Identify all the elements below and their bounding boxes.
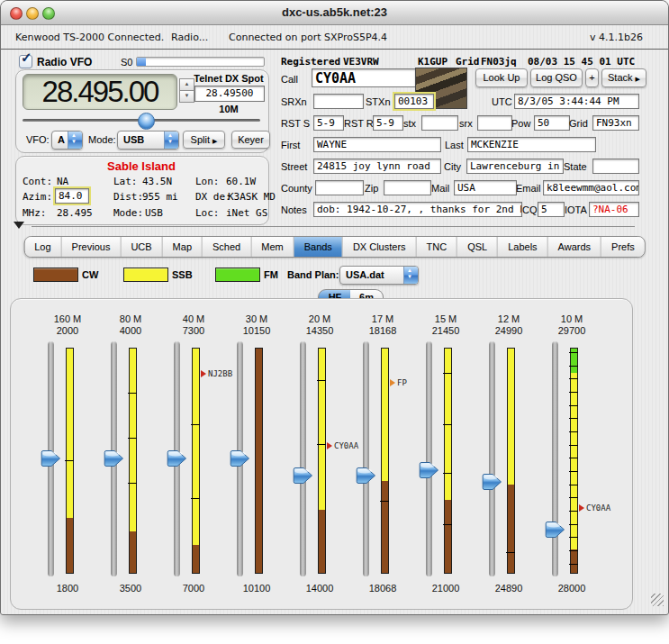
state-field[interactable] — [592, 159, 639, 174]
dx-spot-marker-cy0aa[interactable] — [327, 442, 332, 449]
lookup-button[interactable]: Look Up — [475, 68, 528, 87]
notes-field[interactable]: dob: 1942-10-27, , thanks for 2nd ban — [313, 202, 522, 217]
stack-add-button[interactable]: + — [585, 68, 599, 87]
band-plan-select[interactable]: USA.dat ▲▼ — [339, 266, 419, 285]
tab-log[interactable]: Log — [24, 237, 61, 257]
rst-r-field[interactable]: 5-9 — [373, 115, 403, 131]
azim-field[interactable]: 84.0 — [55, 188, 89, 204]
band-slider-thumb-20m[interactable] — [292, 467, 315, 485]
rst-s-label: RST S — [281, 118, 310, 129]
telnet-dx-spot-label: Telnet DX Spot — [192, 73, 266, 84]
cq-zone-field[interactable]: 5 — [538, 202, 565, 217]
county-label: County — [281, 183, 312, 194]
split-button[interactable]: Split ▶ — [183, 131, 225, 149]
stack-button[interactable]: Stack ▶ — [601, 68, 646, 87]
mode-select[interactable]: USB ▲▼ — [117, 131, 179, 150]
band-slider-track-15m[interactable] — [426, 341, 432, 576]
status-bar: Kenwood TS-2000 Connected. Radio... Conn… — [1, 25, 668, 49]
tab-ucb[interactable]: UCB — [121, 237, 162, 257]
band-slider-thumb-15m[interactable] — [418, 461, 441, 479]
title-bar[interactable]: dxc-us.ab5k.net:23 — [1, 1, 668, 25]
cont-value: NA — [57, 176, 68, 187]
vfo-select-value: A — [58, 134, 65, 145]
last-field[interactable]: MCKENZIE — [467, 137, 596, 152]
band-slider-thumb-30m[interactable] — [229, 449, 252, 467]
my-callsign: K1GUP — [418, 56, 448, 68]
city-field[interactable]: Lawrenceburg in — [466, 159, 564, 174]
tab-prefs[interactable]: Prefs — [601, 237, 645, 257]
pow-field[interactable]: 50 — [534, 115, 570, 131]
vfo-select[interactable]: A ▲▼ — [51, 131, 83, 150]
dx-entity-name: Sable Island — [15, 159, 267, 173]
first-field[interactable]: WAYNE — [313, 137, 441, 152]
resize-grip[interactable] — [651, 594, 664, 606]
band-slider-track-20m[interactable] — [300, 341, 306, 576]
s-meter — [136, 57, 265, 67]
lon-value: 60.1W — [226, 176, 256, 187]
tab-bands[interactable]: Bands — [294, 237, 343, 257]
radio-menu[interactable]: Radio... — [171, 32, 208, 43]
street-field[interactable]: 24815 joy lynn road — [313, 159, 441, 174]
tab-previous[interactable]: Previous — [62, 237, 122, 257]
dx-spot-marker-nj2bb[interactable] — [201, 370, 206, 377]
srxn-field[interactable] — [313, 94, 364, 109]
srx-field[interactable] — [477, 115, 512, 131]
tab-dx-clusters[interactable]: DX Clusters — [343, 237, 417, 257]
band-slider-thumb-10m[interactable] — [544, 521, 567, 539]
tab-awards[interactable]: Awards — [548, 237, 601, 257]
telnet-dx-spot-field[interactable]: 28.49500 — [194, 86, 265, 102]
window-title: dxc-us.ab5k.net:23 — [1, 5, 668, 19]
iota-field[interactable]: ?NA-06 — [589, 202, 639, 217]
band-slider-thumb-17m[interactable] — [355, 467, 378, 485]
dist-label: Dist: — [113, 191, 143, 203]
fm-color-swatch — [215, 268, 260, 282]
mode-select-value: USB — [123, 134, 144, 145]
tab-mem[interactable]: Mem — [251, 237, 294, 257]
call-field[interactable]: CY0AA — [312, 68, 416, 87]
registered-label: Registered — [281, 56, 340, 68]
stxn-field[interactable]: 00103 — [394, 94, 434, 109]
log-qso-button[interactable]: Log QSO — [530, 68, 583, 87]
divider — [32, 226, 635, 227]
tab-tnc[interactable]: TNC — [417, 237, 458, 257]
band-slider-track-10m[interactable] — [552, 341, 558, 576]
checkmark-icon: ✓ — [21, 50, 32, 66]
utc-label: UTC — [492, 96, 512, 107]
grid-field[interactable]: FN93xn — [592, 115, 639, 131]
pow-label: Pow — [511, 118, 530, 129]
tab-labels[interactable]: Labels — [498, 237, 547, 257]
band-slider-thumb-80m[interactable] — [103, 449, 126, 467]
band-slider-thumb-160m[interactable] — [40, 449, 63, 467]
county-field[interactable] — [315, 180, 364, 195]
ssb-color-swatch — [123, 268, 168, 282]
mail-field[interactable]: USA — [454, 180, 517, 195]
zip-field[interactable] — [384, 180, 431, 195]
dx-spot-marker-cy0aa[interactable] — [579, 504, 584, 512]
frequency-slider-thumb[interactable] — [138, 113, 155, 130]
band-slider-thumb-12m[interactable] — [481, 473, 504, 491]
utc-field[interactable]: 8/3/05 3:44:44 PM — [514, 94, 639, 109]
stx-field[interactable] — [421, 115, 458, 131]
email-field[interactable]: k8leewmm@aol.com — [543, 180, 639, 195]
lon-label: Lon: — [195, 176, 220, 187]
band-slider-track-12m[interactable] — [489, 341, 495, 576]
radio-status: Kenwood TS-2000 Connected. — [15, 32, 164, 43]
tab-map[interactable]: Map — [163, 237, 203, 257]
frequency-step-down-button[interactable]: ▼ — [179, 90, 194, 103]
right-arrow-icon: ▶ — [636, 76, 640, 82]
rst-r-label: RST R — [344, 118, 374, 129]
band-slider-thumb-40m[interactable] — [166, 449, 189, 467]
tab-qsl[interactable]: QSL — [457, 237, 498, 257]
tab-sched[interactable]: Sched — [203, 237, 251, 257]
keyer-button[interactable]: Keyer — [231, 131, 270, 149]
app-window: dxc-us.ab5k.net:23 Kenwood TS-2000 Conne… — [0, 0, 669, 615]
popup-arrows-icon: ▲▼ — [403, 267, 418, 284]
frequency-value: 28.495.00 — [42, 75, 158, 108]
rst-s-field[interactable]: 5-9 — [313, 115, 344, 131]
radio-vfo-checkbox[interactable]: ✓ — [19, 55, 32, 68]
vfo-select-label: VFO: — [26, 134, 50, 145]
band-slider-track-17m[interactable] — [363, 341, 369, 576]
my-grid-label: Grid — [456, 56, 480, 68]
disclosure-triangle-icon[interactable] — [14, 222, 24, 229]
dx-spot-marker-fp[interactable] — [390, 379, 395, 386]
